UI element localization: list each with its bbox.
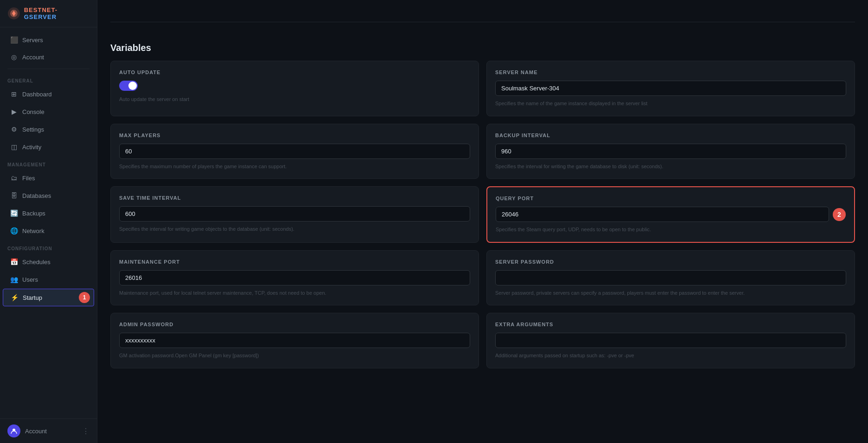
sidebar-item-network[interactable]: 🌐 Network <box>3 222 94 239</box>
sidebar-item-label: Settings <box>22 126 44 133</box>
schedules-icon: 📅 <box>10 258 18 266</box>
var-label-server-password: SERVER PASSWORD <box>495 259 846 265</box>
var-label-backup-interval: BACKUP INTERVAL <box>495 133 846 138</box>
sidebar-item-settings[interactable]: ⚙ Settings <box>3 121 94 138</box>
sidebar-item-schedules[interactable]: 📅 Schedules <box>3 253 94 270</box>
sidebar-item-label: Dashboard <box>22 91 52 98</box>
var-card-server-password: SERVER PASSWORD Server password, private… <box>486 250 855 306</box>
sidebar-item-label: Network <box>22 228 45 234</box>
logo-text: BESTNET-GSERVER <box>24 6 89 20</box>
var-desc-query-port: Specifies the Steam query port, UDP, nee… <box>496 226 846 234</box>
var-label-max-players: MAX PLAYERS <box>119 133 470 138</box>
console-icon: ▶ <box>10 108 18 115</box>
var-desc-admin-password: GM activation password.Open GM Panel (gm… <box>119 352 470 360</box>
top-bar <box>110 0 855 22</box>
dashboard-icon: ⊞ <box>10 90 18 98</box>
sidebar-item-label: Console <box>22 108 45 115</box>
files-icon: 🗂 <box>10 174 18 182</box>
logo-icon <box>7 7 20 20</box>
var-desc-server-name: Specifies the name of the game instance … <box>495 100 846 108</box>
sidebar-item-servers[interactable]: ⬛ Servers <box>3 32 94 48</box>
var-desc-backup-interval: Specifies the interval for writing the g… <box>495 163 846 171</box>
var-desc-extra-arguments: Additional arguments passed on startup s… <box>495 352 846 360</box>
sidebar-account[interactable]: Account ⋮ <box>0 418 97 443</box>
server-name-input[interactable] <box>495 81 846 96</box>
sidebar: BESTNET-GSERVER ⬛ Servers ◎ Account GENE… <box>0 0 97 443</box>
startup-badge: 1 <box>79 292 90 303</box>
sidebar-item-label: Activity <box>22 144 41 151</box>
var-desc-max-players: Specifies the maximum number of players … <box>119 163 470 171</box>
account-menu-dots[interactable]: ⋮ <box>82 427 89 436</box>
sidebar-item-account-top[interactable]: ◎ Account <box>3 49 94 65</box>
sidebar-item-users[interactable]: 👥 Users <box>3 271 94 288</box>
activity-icon: ◫ <box>10 143 18 151</box>
server-password-input[interactable] <box>495 270 846 285</box>
sidebar-item-label: Files <box>22 175 35 182</box>
var-label-save-time-interval: SAVE TIME INTERVAL <box>119 195 470 201</box>
account-icon: ◎ <box>10 53 18 61</box>
save-time-interval-input[interactable] <box>119 206 470 222</box>
section-configuration: CONFIGURATION <box>0 240 97 253</box>
var-label-auto-update: AUTO UPDATE <box>119 70 470 75</box>
users-icon: 👥 <box>10 276 18 283</box>
var-card-admin-password: ADMIN PASSWORD GM activation password.Op… <box>110 313 479 368</box>
var-card-maintenance-port: MAINTENANCE PORT Maintenance port, used … <box>110 250 479 306</box>
var-card-server-name: SERVER NAME Specifies the name of the ga… <box>486 61 855 116</box>
admin-password-input[interactable] <box>119 333 470 348</box>
var-label-admin-password: ADMIN PASSWORD <box>119 322 470 327</box>
settings-icon: ⚙ <box>10 126 18 133</box>
account-footer-label: Account <box>25 428 77 435</box>
sidebar-item-files[interactable]: 🗂 Files <box>3 170 94 186</box>
var-card-query-port: QUERY PORT 2 Specifies the Steam query p… <box>486 186 855 243</box>
sidebar-item-dashboard[interactable]: ⊞ Dashboard <box>3 86 94 102</box>
var-desc-auto-update: Auto update the server on start <box>119 95 470 103</box>
logo: BESTNET-GSERVER <box>0 0 97 27</box>
sidebar-item-label: Startup <box>23 294 42 301</box>
max-players-input[interactable] <box>119 144 470 159</box>
sidebar-item-activity[interactable]: ◫ Activity <box>3 139 94 155</box>
query-port-badge: 2 <box>833 208 846 221</box>
var-desc-maintenance-port: Maintenance port, used for local telnet … <box>119 289 470 297</box>
var-label-server-name: SERVER NAME <box>495 70 846 75</box>
sidebar-item-label: Databases <box>22 192 51 199</box>
var-card-max-players: MAX PLAYERS Specifies the maximum number… <box>110 124 479 179</box>
var-desc-server-password: Server password, private servers can spe… <box>495 289 846 297</box>
databases-icon: 🗄 <box>10 192 18 199</box>
sidebar-item-backups[interactable]: 🔄 Backups <box>3 205 94 222</box>
divider-1 <box>7 69 89 69</box>
toggle-wrap <box>119 81 470 91</box>
sidebar-item-label: Servers <box>22 37 43 44</box>
sidebar-item-databases[interactable]: 🗄 Databases <box>3 187 94 204</box>
sidebar-item-console[interactable]: ▶ Console <box>3 103 94 120</box>
var-card-auto-update: AUTO UPDATE Auto update the server on st… <box>110 61 479 116</box>
variables-grid: AUTO UPDATE Auto update the server on st… <box>110 61 855 368</box>
query-port-input[interactable] <box>496 207 829 222</box>
extra-arguments-input[interactable] <box>495 333 846 348</box>
var-card-extra-arguments: EXTRA ARGUMENTS Additional arguments pas… <box>486 313 855 368</box>
main-content: Variables AUTO UPDATE Auto update the se… <box>97 0 868 443</box>
backup-interval-input[interactable] <box>495 144 846 159</box>
sidebar-item-label: Account <box>22 54 44 61</box>
var-card-save-time-interval: SAVE TIME INTERVAL Specifies the interva… <box>110 186 479 243</box>
section-general: GENERAL <box>0 72 97 85</box>
var-label-extra-arguments: EXTRA ARGUMENTS <box>495 322 846 327</box>
section-management: MANAGEMENT <box>0 156 97 169</box>
var-card-backup-interval: BACKUP INTERVAL Specifies the interval f… <box>486 124 855 179</box>
page-title: Variables <box>110 33 855 61</box>
var-label-maintenance-port: MAINTENANCE PORT <box>119 259 470 265</box>
sidebar-item-label: Users <box>22 276 38 283</box>
network-icon: 🌐 <box>10 227 18 234</box>
avatar <box>7 424 20 437</box>
query-port-row: 2 <box>496 207 846 222</box>
backups-icon: 🔄 <box>10 209 18 217</box>
sidebar-item-label: Backups <box>22 210 45 217</box>
servers-icon: ⬛ <box>10 36 18 44</box>
startup-icon: ⚡ <box>11 294 18 301</box>
sidebar-item-label: Schedules <box>22 259 51 266</box>
var-label-query-port: QUERY PORT <box>496 196 846 201</box>
maintenance-port-input[interactable] <box>119 270 470 285</box>
var-desc-save-time-interval: Specifies the interval for writing game … <box>119 225 470 233</box>
auto-update-toggle[interactable] <box>119 81 138 91</box>
sidebar-item-startup[interactable]: ⚡ Startup 1 <box>3 289 94 306</box>
